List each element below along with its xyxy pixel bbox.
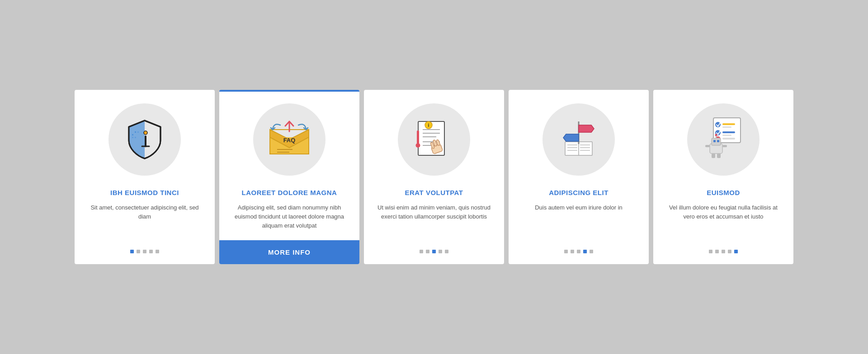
dot-active [734, 250, 738, 253]
svg-rect-51 [712, 154, 715, 158]
svg-rect-41 [722, 131, 735, 133]
svg-rect-3 [135, 137, 136, 138]
icon-circle-3: i [398, 103, 470, 176]
svg-text:i: i [428, 123, 429, 128]
svg-rect-2 [132, 137, 133, 138]
card-5-dots [709, 250, 738, 253]
dot-inactive [143, 250, 146, 253]
dot-inactive [439, 250, 442, 253]
svg-rect-44 [722, 138, 735, 140]
dot-inactive [445, 250, 448, 253]
card-2-title: LAOREET DOLORE MAGNA [242, 188, 337, 197]
svg-rect-42 [722, 135, 731, 136]
dot-inactive [149, 250, 153, 253]
dot-inactive [577, 250, 580, 253]
card-adipiscing-elit: ADIPISCING ELIT Duis autem vel eum iriur… [509, 90, 649, 265]
dot-inactive [722, 250, 725, 253]
card-3-desc: Ut wisi enim ad minim veniam, quis nostr… [375, 203, 493, 240]
card-2-desc: Adipiscing elit, sed diam nonummy nibh e… [230, 203, 349, 230]
card-ibh-euismod: IBH EUISMOD TINCI Sit amet, consectetuer… [75, 90, 215, 265]
svg-rect-39 [722, 126, 731, 128]
more-info-button[interactable]: MORE INFO [219, 240, 359, 264]
svg-point-5 [144, 131, 147, 135]
svg-point-50 [715, 134, 717, 136]
svg-rect-0 [132, 134, 133, 135]
dot-inactive [571, 250, 574, 253]
dot-inactive [420, 250, 423, 253]
dot-inactive [709, 250, 712, 253]
card-euismod: EUISMOD Vel illum dolore eu feugiat null… [653, 90, 793, 265]
dot-inactive [137, 250, 140, 253]
svg-rect-38 [722, 123, 735, 125]
card-3-title: ERAT VOLUTPAT [405, 188, 463, 197]
card-5-desc: Vel illum dolore eu feugiat nulla facili… [664, 203, 783, 240]
card-3-dots [420, 250, 448, 253]
svg-rect-54 [722, 145, 727, 147]
card-5-title: EUISMOD [707, 188, 740, 197]
dot-active [432, 250, 436, 253]
card-1-title: IBH EUISMOD TINCI [110, 188, 179, 197]
dot-inactive [564, 250, 568, 253]
faq-email-icon: FAQ [264, 117, 314, 162]
document-info-icon: i [411, 117, 457, 162]
card-laoreet-dolore: FAQ LAOREET DOLORE MAGNA Adipiscing elit… [219, 90, 359, 265]
icon-circle-4 [542, 103, 615, 176]
card-1-dots [130, 250, 159, 253]
svg-text:FAQ: FAQ [283, 137, 296, 144]
signpost-icon [556, 117, 601, 162]
svg-rect-25 [417, 130, 419, 144]
dot-inactive [426, 250, 429, 253]
checklist-robot-icon [701, 116, 746, 163]
cards-container: IBH EUISMOD TINCI Sit amet, consectetuer… [47, 72, 821, 283]
svg-rect-47 [713, 140, 716, 142]
svg-rect-1 [135, 131, 136, 133]
icon-circle-5 [687, 103, 760, 176]
svg-rect-48 [717, 140, 719, 142]
dot-inactive [590, 250, 593, 253]
svg-rect-52 [717, 154, 721, 158]
dot-inactive [728, 250, 731, 253]
svg-rect-4 [137, 131, 139, 133]
dot-active [583, 250, 587, 253]
icon-circle-2: FAQ [253, 103, 326, 176]
shield-info-icon [122, 117, 167, 162]
icon-circle-1 [108, 103, 181, 176]
dot-inactive [156, 250, 159, 253]
card-4-title: ADIPISCING ELIT [549, 188, 609, 197]
dot-inactive [715, 250, 719, 253]
svg-rect-53 [705, 145, 710, 147]
card-4-dots [564, 250, 593, 253]
card-erat-volutpat: i ERAT VOLUTPAT Ut wisi enim ad minim ve… [364, 90, 504, 265]
card-1-desc: Sit amet, consectetuer adipiscing elit, … [85, 203, 204, 240]
dot-active [130, 250, 134, 253]
svg-point-26 [416, 143, 420, 148]
card-4-desc: Duis autem vel eum iriure dolor in [535, 203, 623, 240]
